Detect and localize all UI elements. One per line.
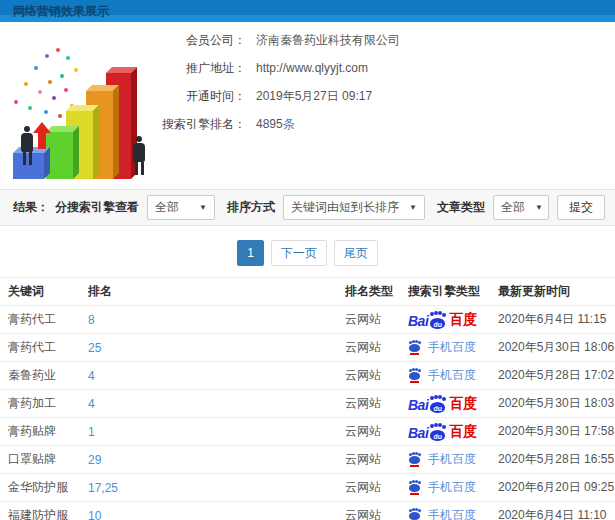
mobile-baidu-icon: 手机百度: [408, 367, 476, 384]
rank-type-cell: 云网站: [345, 507, 408, 520]
rank-type-cell: 云网站: [345, 367, 408, 384]
member-info: 会员公司： 济南秦鲁药业科技有限公司 推广地址： http://www.qlyy…: [160, 34, 400, 146]
page-title: 网络营销效果展示: [0, 0, 109, 20]
updated-cell: 2020年5月30日 18:06: [498, 339, 615, 356]
baidu-paw-icon: [408, 369, 422, 382]
table-row: 膏药贴牌1云网站Baidu百度2020年5月30日 17:58: [0, 418, 615, 446]
baidu-logo-icon: Baidu百度: [408, 423, 477, 441]
rank-type-cell: 云网站: [345, 451, 408, 468]
businessman-left-icon: [21, 126, 33, 165]
rank-type-cell: 云网站: [345, 311, 408, 328]
chevron-down-icon: ▼: [409, 203, 417, 212]
keyword-cell: 膏药代工: [8, 339, 88, 356]
table-header-row: 关键词 排名 排名类型 搜索引擎类型 最新更新时间: [0, 278, 615, 306]
rank-link[interactable]: 25: [88, 341, 345, 355]
ranking-count-value: 4895: [246, 117, 283, 131]
businessman-right-icon: [133, 136, 145, 175]
updated-cell: 2020年5月28日 16:55: [498, 451, 615, 468]
submit-button[interactable]: 提交: [557, 195, 605, 220]
article-type-label: 文章类型: [437, 199, 485, 216]
open-time-value: 2019年5月27日 09:17: [246, 88, 372, 105]
updated-cell: 2020年5月30日 18:03: [498, 395, 615, 412]
results-table: 关键词 排名 排名类型 搜索引擎类型 最新更新时间 膏药代工8云网站Baidu百…: [0, 277, 615, 520]
baidu-paw-icon: [408, 453, 422, 466]
baidu-paw-icon: du: [429, 396, 447, 413]
baidu-logo-icon: Baidu百度: [408, 311, 477, 329]
keyword-cell: 口罩贴牌: [8, 451, 88, 468]
article-type-select[interactable]: 全部 ▼: [493, 195, 549, 220]
table-row: 膏药加工4云网站Baidu百度2020年5月30日 18:03: [0, 390, 615, 418]
next-page-button[interactable]: 下一页: [271, 240, 327, 266]
rank-type-cell: 云网站: [345, 395, 408, 412]
member-company-label: 会员公司：: [160, 32, 246, 49]
header-bar: 网络营销效果展示: [0, 0, 615, 22]
table-row: 膏药代工8云网站Baidu百度2020年6月4日 11:15: [0, 306, 615, 334]
keyword-cell: 秦鲁药业: [8, 367, 88, 384]
mobile-baidu-icon: 手机百度: [408, 479, 476, 496]
rank-link[interactable]: 17,25: [88, 481, 345, 495]
filter-bar: 结果： 分搜索引擎查看 全部 ▼ 排序方式 关键词由短到长排序 ▼ 文章类型 全…: [0, 189, 615, 226]
mobile-baidu-icon: 手机百度: [408, 339, 476, 356]
engine-cell: 手机百度: [408, 367, 498, 385]
mobile-baidu-icon: 手机百度: [408, 507, 476, 520]
last-page-button[interactable]: 尾页: [334, 240, 378, 266]
rank-link[interactable]: 4: [88, 369, 345, 383]
keyword-cell: 膏药加工: [8, 395, 88, 412]
result-label: 结果：: [13, 199, 49, 216]
open-time-row: 开通时间： 2019年5月27日 09:17: [160, 90, 400, 102]
rank-link[interactable]: 29: [88, 453, 345, 467]
baidu-paw-icon: [408, 341, 422, 354]
sort-select[interactable]: 关键词由短到长排序 ▼: [283, 195, 425, 220]
ranking-count-unit: 条: [283, 116, 295, 133]
baidu-paw-icon: [408, 481, 422, 494]
updated-cell: 2020年6月4日 11:10: [498, 507, 615, 520]
engine-cell: 手机百度: [408, 507, 498, 520]
ranking-count-row: 搜索引擎排名： 4895 条: [160, 118, 400, 130]
rank-type-cell: 云网站: [345, 339, 408, 356]
sort-select-value: 关键词由短到长排序: [291, 199, 399, 216]
ranking-count-label: 搜索引擎排名：: [160, 116, 246, 133]
keyword-cell: 膏药代工: [8, 311, 88, 328]
up-arrow-icon: [33, 122, 51, 149]
col-rank: 排名: [88, 283, 345, 300]
updated-cell: 2020年5月30日 17:58: [498, 423, 615, 440]
filter-group: 分搜索引擎查看 全部 ▼ 排序方式 关键词由短到长排序 ▼ 文章类型 全部 ▼ …: [51, 195, 605, 220]
engine-select[interactable]: 全部 ▼: [147, 195, 215, 220]
member-company-link[interactable]: 济南秦鲁药业科技有限公司: [246, 32, 400, 49]
col-updated: 最新更新时间: [498, 283, 615, 300]
open-time-label: 开通时间：: [160, 88, 246, 105]
updated-cell: 2020年5月28日 17:02: [498, 367, 615, 384]
chevron-down-icon: ▼: [199, 203, 207, 212]
rank-link[interactable]: 1: [88, 425, 345, 439]
table-row: 福建防护服10云网站手机百度2020年6月4日 11:10: [0, 502, 615, 520]
member-company-row: 会员公司： 济南秦鲁药业科技有限公司: [160, 34, 400, 46]
page-1-button[interactable]: 1: [237, 240, 264, 266]
pagination: 1 下一页 尾页: [0, 240, 615, 266]
baidu-paw-icon: [408, 509, 422, 520]
engine-select-value: 全部: [155, 199, 179, 216]
rank-link[interactable]: 10: [88, 509, 345, 520]
rank-link[interactable]: 8: [88, 313, 345, 327]
rank-link[interactable]: 4: [88, 397, 345, 411]
table-row: 秦鲁药业4云网站手机百度2020年5月28日 17:02: [0, 362, 615, 390]
baidu-paw-icon: du: [429, 312, 447, 329]
engine-cell: 手机百度: [408, 479, 498, 497]
engine-cell: 手机百度: [408, 339, 498, 357]
updated-cell: 2020年6月20日 09:25: [498, 479, 615, 496]
sort-filter-label: 排序方式: [227, 199, 275, 216]
rank-type-cell: 云网站: [345, 479, 408, 496]
mobile-baidu-icon: 手机百度: [408, 451, 476, 468]
marketing-chart-illustration: [0, 22, 175, 189]
keyword-cell: 膏药贴牌: [8, 423, 88, 440]
promo-url-link[interactable]: http://www.qlyyjt.com: [246, 61, 368, 75]
rank-type-cell: 云网站: [345, 423, 408, 440]
baidu-paw-icon: du: [429, 424, 447, 441]
col-rank-type: 排名类型: [345, 283, 408, 300]
engine-filter-label: 分搜索引擎查看: [55, 199, 139, 216]
keyword-cell: 金华防护服: [8, 479, 88, 496]
updated-cell: 2020年6月4日 11:15: [498, 311, 615, 328]
engine-cell: Baidu百度: [408, 423, 498, 441]
keyword-cell: 福建防护服: [8, 507, 88, 520]
table-rows: 膏药代工8云网站Baidu百度2020年6月4日 11:15膏药代工25云网站手…: [0, 306, 615, 520]
chevron-down-icon: ▼: [535, 203, 543, 212]
